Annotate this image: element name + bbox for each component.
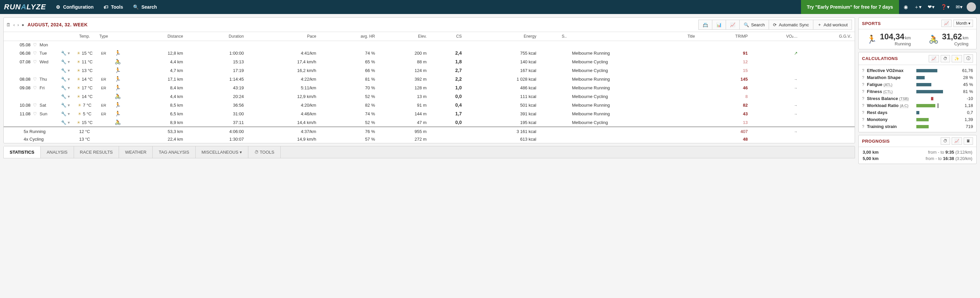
help-icon[interactable]: ❓▾ [941, 4, 950, 10]
period-select[interactable]: Month ▾ [953, 20, 973, 27]
calculations-title: CALCULATIONS [862, 56, 898, 61]
next-button[interactable]: › [18, 22, 19, 27]
tab-weather[interactable]: WEATHER [119, 146, 153, 158]
gauge-icon[interactable]: ⏱ [941, 55, 950, 62]
help-icon[interactable]: ? [862, 117, 864, 122]
help-icon[interactable]: ? [862, 124, 864, 129]
tab-tag-analysis[interactable]: TAG ANALYSIS [153, 146, 195, 158]
bars-icon: 📊 [716, 22, 722, 27]
summary-row: 5x Running 12 °C 53,3 km4:06:004:37/km76… [4, 127, 855, 135]
prev-button[interactable]: ‹ [13, 22, 15, 27]
databrowser-header: 🗓 ‹ › ● AUGUST, 2024, 32. WEEK 📇 📊 📈 🔍Se… [4, 18, 855, 32]
calc-row: ? Fatigue (ATL) 45 % [862, 81, 973, 88]
databrowser-actions: 📇 📊 📈 🔍Search ⟳Automatic Sync ＋Add worko… [698, 20, 852, 30]
tab-race-results[interactable]: RACE RESULTS [74, 146, 119, 158]
col-header[interactable] [4, 32, 57, 41]
activity-row[interactable]: 06.08 ♡ Tue 🔧 ▾ ☀ 15 °C ER 🏃 12,8 km 1:0… [4, 49, 855, 57]
col-header[interactable]: Type [95, 32, 112, 41]
col-header[interactable]: Title [570, 32, 698, 41]
view-chart1-button[interactable]: 📊 [712, 20, 726, 30]
wand-icon[interactable]: ✨ [952, 55, 962, 62]
activity-row[interactable]: 08.08 ♡ Thu 🔧 ▾ ☀ 14 °C ER 🏃 17,1 km 1:1… [4, 75, 855, 83]
col-header[interactable]: Temp. [74, 32, 95, 41]
col-header[interactable]: TRIMP [698, 32, 750, 41]
search-button[interactable]: 🔍Search [739, 20, 769, 30]
refresh-icon[interactable]: ● [22, 22, 24, 27]
chart-icon[interactable]: 📈 [952, 137, 962, 145]
calc-row: ? Effective VO2max 61,76 [862, 67, 973, 74]
promo-banner[interactable]: Try "Early Premium" for free for 7 days [801, 0, 899, 14]
col-header[interactable]: Elev. [378, 32, 430, 41]
activity-row[interactable]: 🔧 ▾ ☀ 14 °C 🚴 4,4 km 20:24 12,9 km/h 52 … [4, 92, 855, 101]
calendar-icon[interactable]: 🗓 [6, 22, 11, 27]
help-icon[interactable]: ? [862, 104, 864, 108]
nav-configuration[interactable]: ⚙Configuration [56, 4, 94, 10]
nav-search[interactable]: 🔍Search [133, 4, 157, 10]
col-header[interactable]: S.. [539, 32, 570, 41]
chart-icon[interactable]: 📈 [929, 55, 939, 62]
chart-icon[interactable]: 📈 [941, 20, 952, 27]
view-week-button[interactable]: 📇 [698, 20, 712, 30]
prognosis-panel: PROGNOSIS ⏱ 📈 🖩 3,00 kmfrom - to9:35(3:1… [858, 135, 977, 164]
activity-row[interactable]: 05.08 ♡ Mon [4, 41, 855, 49]
calc-row: ? Marathon Shape 28 % [862, 74, 973, 81]
activity-row[interactable]: 10.08 ♡ Sat 🔧 ▾ ☀ 7 °C ER 🏃 8,5 km 36:56… [4, 101, 855, 109]
db-nav-controls: 🗓 ‹ › ● [6, 22, 24, 27]
col-header[interactable] [57, 32, 74, 41]
activity-row[interactable]: 07.08 ♡ Wed 🔧 ▾ ☀ 11 °C 🚴 4,4 km 15:13 1… [4, 57, 855, 66]
calc-row: ? Training strain 719 [862, 123, 973, 130]
activity-row[interactable]: 09.08 ♡ Fri 🔧 ▾ ☀ 17 °C ER 🏃 8,4 km 43:1… [4, 83, 855, 92]
col-header[interactable]: CS [430, 32, 465, 41]
col-header[interactable]: G.G.V.. [800, 32, 855, 41]
calc-row: ? Workload Ratio (A:C) 1,18 [862, 102, 973, 109]
col-header[interactable]: avg. HR [319, 32, 378, 41]
activity-row[interactable]: 11.08 ♡ Sun 🔧 ▾ ☀ 5 °C ER 🏃 6,5 km 31:00… [4, 109, 855, 118]
activity-table: Temp.TypeDistanceDurationPaceavg. HRElev… [4, 32, 855, 143]
stats-tabs: STATISTICSANALYSISRACE RESULTSWEATHERTAG… [3, 146, 855, 158]
activity-row[interactable]: 🔧 ▾ ☀ 13 °C 🏃 4,7 km 17:19 16,2 km/h 66 … [4, 66, 855, 75]
sync-button[interactable]: ⟳Automatic Sync [768, 20, 813, 30]
col-header[interactable]: Pace [247, 32, 319, 41]
help-icon[interactable]: ? [862, 110, 864, 115]
col-header[interactable]: Distance [124, 32, 186, 41]
help-icon[interactable]: ? [862, 69, 864, 73]
bars2-icon: 📈 [730, 22, 735, 27]
calc-icon[interactable]: 🖩 [964, 137, 973, 145]
sport-cycling: 🚴 31,62km Cycling [929, 32, 968, 46]
nav-tools[interactable]: 🏷Tools [103, 4, 123, 10]
tab-analysis[interactable]: ANALYSIS [41, 146, 74, 158]
databrowser-title: AUGUST, 2024, 32. WEEK [28, 22, 88, 27]
info-icon[interactable]: ⓘ [964, 54, 973, 63]
plus-icon[interactable]: ＋▾ [914, 4, 922, 10]
databrowser-panel: 🗓 ‹ › ● AUGUST, 2024, 32. WEEK 📇 📊 📈 🔍Se… [3, 18, 855, 143]
add-workout-button[interactable]: ＋Add workout [813, 20, 852, 30]
help-icon[interactable]: ? [862, 89, 864, 94]
col-header[interactable]: Energy [465, 32, 539, 41]
tab-statistics[interactable]: STATISTICS [4, 146, 41, 158]
gauge-icon[interactable]: ⏱ [941, 137, 950, 145]
mail-icon[interactable]: ✉▾ [956, 4, 963, 10]
calc-row: ? Stress Balance (TSB) -10 [862, 95, 973, 102]
heart-icon[interactable]: ❤▾ [928, 4, 935, 10]
col-header[interactable]: VO₂… [750, 32, 800, 41]
calculations-panel: CALCULATIONS 📈 ⏱ ✨ ⓘ ? Effective VO2max … [858, 52, 977, 132]
calc-row: ? Fitness (CTL) 81 % [862, 88, 973, 95]
col-header[interactable] [112, 32, 124, 41]
avatar[interactable] [967, 2, 976, 12]
eye-icon[interactable]: ◉ [904, 4, 908, 10]
prognosis-row: 3,00 kmfrom - to9:35(3:12/km) [863, 149, 972, 155]
logo[interactable]: RUNALYZE [4, 3, 46, 11]
tab-miscellaneous[interactable]: MISCELLANEOUS ▾ [196, 146, 248, 158]
view-chart2-button[interactable]: 📈 [725, 20, 740, 30]
help-icon[interactable]: ? [862, 96, 864, 101]
prognosis-title: PROGNOSIS [862, 139, 890, 143]
week-icon: 📇 [703, 22, 708, 27]
sport-running: 🏃 104,34km Running [867, 32, 911, 46]
gauge-icon: 🏷 [103, 4, 108, 10]
help-icon[interactable]: ? [862, 82, 864, 87]
col-header[interactable]: Duration [186, 32, 247, 41]
plus-icon: ＋ [817, 22, 822, 28]
help-icon[interactable]: ? [862, 75, 864, 80]
tab-tools[interactable]: ⏱ TOOLS [248, 146, 281, 158]
activity-row[interactable]: 🔧 ▾ ☀ 15 °C 🚴 8,9 km 37:11 14,4 km/h 52 … [4, 118, 855, 127]
